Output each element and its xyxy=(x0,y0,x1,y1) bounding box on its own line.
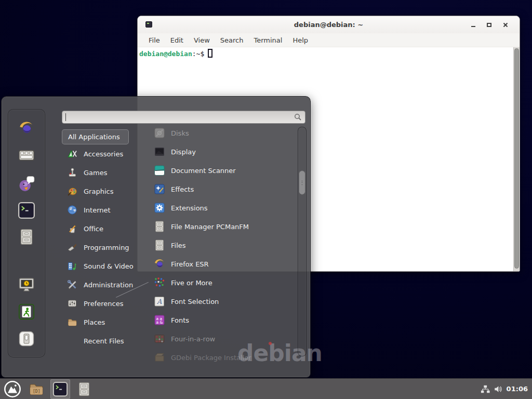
category-graphics[interactable]: Graphics xyxy=(62,182,140,201)
shut-down-icon xyxy=(18,330,35,348)
favorites-column xyxy=(8,109,45,357)
minimize-button[interactable] xyxy=(465,16,481,33)
app-firefox-esr[interactable]: Firefox ESR xyxy=(138,255,294,273)
preferences-icon xyxy=(67,298,77,309)
app-file-manager-pcmanfm[interactable]: File Manager PCManFM xyxy=(138,217,294,236)
app-four-in-a-row[interactable]: Four-in-a-row xyxy=(138,329,294,348)
app-five-or-more[interactable]: Five or More xyxy=(138,273,294,292)
graphics-icon xyxy=(67,186,77,196)
search-icon xyxy=(294,113,302,121)
screensaver-icon xyxy=(18,276,35,294)
effects-icon xyxy=(153,183,166,195)
category-sound-video[interactable]: Sound & Video xyxy=(62,257,140,275)
network-icon[interactable] xyxy=(481,384,490,394)
fonts-icon xyxy=(153,314,166,326)
favorite-log-out[interactable] xyxy=(17,302,36,322)
category-internet[interactable]: Internet xyxy=(62,201,140,219)
terminal-cursor xyxy=(208,49,212,58)
file-cabinet-icon xyxy=(153,220,166,233)
app-effects[interactable]: Effects xyxy=(138,180,294,198)
favorite-onscreen-keyboard[interactable] xyxy=(17,145,36,165)
application-menu: debian All Applications Accessories Game… xyxy=(1,96,311,378)
terminal-icon xyxy=(18,202,35,219)
text-caret xyxy=(65,113,66,121)
app-list-scrollbar-thumb[interactable] xyxy=(299,170,305,195)
app-list-scrollbar[interactable] xyxy=(298,127,307,356)
app-extensions[interactable]: Extensions xyxy=(138,198,294,217)
display-icon xyxy=(153,145,166,158)
category-preferences[interactable]: Preferences xyxy=(62,294,140,313)
accessories-icon xyxy=(67,149,77,159)
volume-icon[interactable] xyxy=(494,384,503,394)
app-display[interactable]: Display xyxy=(138,142,294,161)
sound-video-icon xyxy=(67,261,77,271)
application-list: Disks Display Document Scanner Effects E… xyxy=(138,124,294,367)
minimize-icon xyxy=(471,26,475,27)
menu-button[interactable] xyxy=(3,379,22,399)
category-recent-files[interactable]: Recent Files xyxy=(62,331,140,350)
folder-launcher[interactable] xyxy=(26,379,46,399)
font-selection-icon xyxy=(153,295,166,308)
category-accessories[interactable]: Accessories xyxy=(62,144,140,163)
app-fonts[interactable]: Fonts xyxy=(138,311,294,329)
menu-terminal[interactable]: Terminal xyxy=(248,34,287,46)
file-cabinet-icon xyxy=(153,239,166,251)
all-applications-label: All Applications xyxy=(68,133,120,141)
category-list: Accessories Games Graphics Internet Offi… xyxy=(62,144,140,350)
administration-icon xyxy=(67,280,77,290)
menu-view[interactable]: View xyxy=(189,34,215,46)
close-icon xyxy=(503,22,508,28)
file-manager-launcher[interactable] xyxy=(74,379,94,399)
four-in-a-row-icon xyxy=(153,332,166,345)
extensions-icon xyxy=(153,202,166,214)
prompt-user-host: debian@debian xyxy=(139,50,192,58)
terminal-titlebar[interactable]: debian@debian: ~ xyxy=(138,16,520,33)
terminal-title: debian@debian: ~ xyxy=(294,21,363,29)
category-games[interactable]: Games xyxy=(62,163,140,182)
menu-button-icon xyxy=(4,380,21,398)
maximize-button[interactable] xyxy=(481,16,497,33)
terminal-window-icon xyxy=(145,21,152,28)
internet-icon xyxy=(67,205,77,215)
favorite-file-manager[interactable] xyxy=(17,227,36,247)
terminal-scrollbar[interactable] xyxy=(513,47,520,272)
keyboard-icon xyxy=(18,147,35,164)
terminal-task-button[interactable] xyxy=(50,379,70,399)
disks-icon xyxy=(153,127,166,139)
close-button[interactable] xyxy=(497,16,513,33)
terminal-icon xyxy=(52,381,68,397)
places-icon xyxy=(67,317,77,327)
log-out-icon xyxy=(18,303,35,321)
favorite-terminal[interactable] xyxy=(17,201,36,220)
clock[interactable]: 01:06 xyxy=(507,385,528,393)
programming-icon xyxy=(67,242,77,252)
app-document-scanner[interactable]: Document Scanner xyxy=(138,161,294,180)
favorite-screensaver[interactable] xyxy=(17,275,36,295)
document-scanner-icon xyxy=(153,164,166,177)
app-files[interactable]: Files xyxy=(138,236,294,255)
menu-search[interactable]: Search xyxy=(215,34,249,46)
favorite-firefox[interactable] xyxy=(17,118,36,138)
app-font-selection[interactable]: Font Selection xyxy=(138,292,294,311)
category-places[interactable]: Places xyxy=(62,313,140,331)
all-applications-button[interactable]: All Applications xyxy=(62,129,129,144)
app-gdebi-package-installer[interactable]: GDebi Package Installer xyxy=(138,348,294,367)
favorite-shut-down[interactable] xyxy=(17,329,36,349)
folder-d-icon xyxy=(29,381,44,397)
terminal-scrollbar-thumb[interactable] xyxy=(514,48,519,269)
maximize-icon xyxy=(487,23,491,27)
favorite-pidgin[interactable] xyxy=(17,174,36,193)
terminal-menubar: File Edit View Search Terminal Help xyxy=(138,33,520,47)
gdebi-icon xyxy=(153,351,166,364)
app-disks[interactable]: Disks xyxy=(138,124,294,142)
category-programming[interactable]: Programming xyxy=(62,238,140,257)
menu-edit[interactable]: Edit xyxy=(165,34,189,46)
menu-file[interactable]: File xyxy=(143,34,165,46)
search-input[interactable] xyxy=(62,111,305,124)
no-icon-spacer xyxy=(67,336,77,346)
pidgin-icon xyxy=(18,175,35,192)
office-icon xyxy=(67,223,77,234)
desktop: debian@debian: ~ File Edit View Search T… xyxy=(0,0,532,399)
category-office[interactable]: Office xyxy=(62,219,140,238)
menu-help[interactable]: Help xyxy=(287,34,313,46)
